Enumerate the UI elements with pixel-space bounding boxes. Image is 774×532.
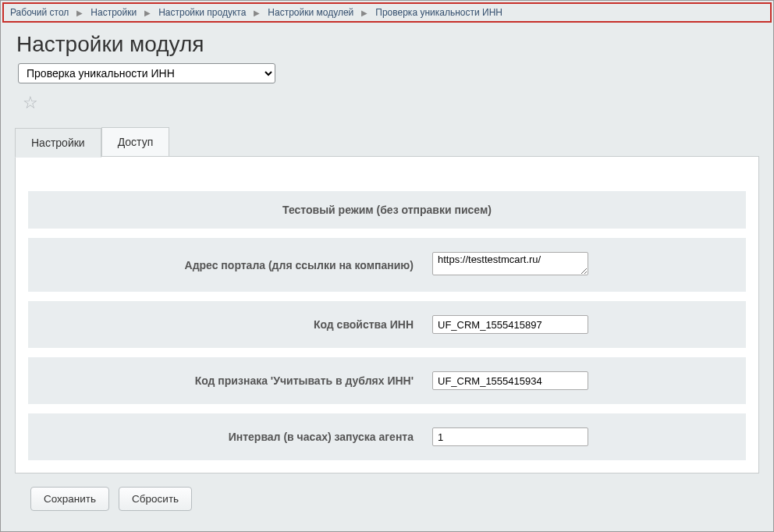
label-interval: Интервал (в часах) запуска агента [28,413,423,460]
breadcrumb-item-desktop[interactable]: Рабочий стол [10,7,69,18]
settings-panel: Тестовый режим (без отправки писем) Адре… [15,156,759,473]
module-select[interactable]: Проверка уникальности ИНН [18,63,275,83]
label-inn-code: Код свойства ИНН [28,301,423,348]
breadcrumb-item-product-settings[interactable]: Настройки продукта [158,7,246,18]
input-interval[interactable] [432,427,588,446]
save-button[interactable]: Сохранить [30,487,109,511]
chevron-right-icon: ▶ [76,9,83,17]
tab-access[interactable]: Доступ [101,127,170,157]
section-header-test-mode: Тестовый режим (без отправки писем) [28,191,746,229]
input-dup-code[interactable] [432,371,588,390]
breadcrumb-item-inn-check[interactable]: Проверка уникальности ИНН [375,7,502,18]
tab-settings[interactable]: Настройки [15,128,101,158]
input-inn-code[interactable] [432,315,588,334]
reset-button[interactable]: Сбросить [119,487,192,511]
chevron-right-icon: ▶ [144,9,151,17]
breadcrumb: Рабочий стол ▶ Настройки ▶ Настройки про… [2,2,772,23]
breadcrumb-item-module-settings[interactable]: Настройки модулей [268,7,353,18]
chevron-right-icon: ▶ [361,9,367,17]
page-title: Настройки модуля [1,23,773,63]
label-portal-address: Адрес портала (для ссылки на компанию) [28,238,423,292]
button-bar: Сохранить Сбросить [30,487,773,511]
breadcrumb-item-settings[interactable]: Настройки [91,7,137,18]
label-dup-code: Код признака 'Учитывать в дублях ИНН' [28,357,423,404]
chevron-right-icon: ▶ [254,9,260,17]
tabs: Настройки Доступ [15,127,773,157]
star-icon[interactable]: ☆ [23,93,773,113]
input-portal-address[interactable]: https://testtestmcart.ru/ [432,252,588,275]
